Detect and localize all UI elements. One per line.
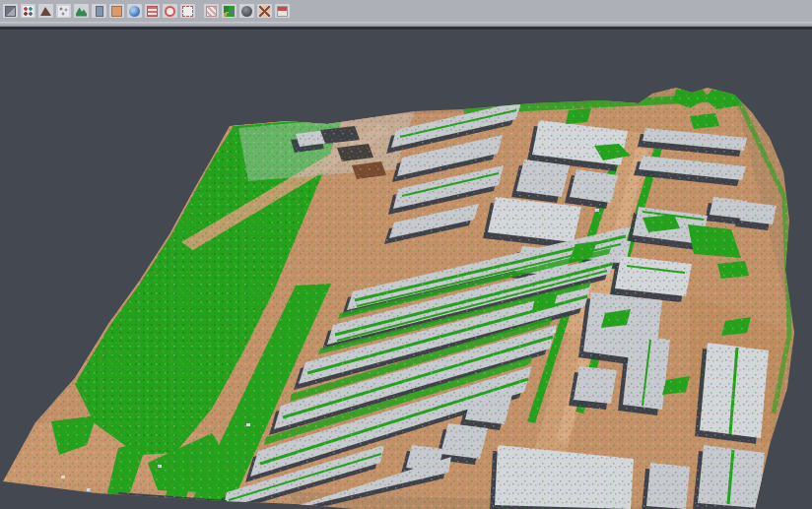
tin-surface-icon-button[interactable] <box>37 3 54 19</box>
grid-clip-icon-button[interactable] <box>203 3 220 19</box>
profile-view-icon <box>96 6 103 17</box>
classify-points-icon <box>23 6 34 17</box>
profile-view-icon-button[interactable] <box>91 3 107 19</box>
globe-icon <box>129 6 140 17</box>
terrain-icon <box>76 6 87 17</box>
render-sphere-icon-button[interactable] <box>238 3 255 19</box>
ortho-image-icon <box>111 6 122 17</box>
circle-select-icon <box>165 6 175 17</box>
layers-icon <box>5 6 16 17</box>
tin-surface-icon <box>40 7 51 16</box>
class-list-icon <box>147 6 158 17</box>
classified-map-icon <box>224 6 235 17</box>
layers-icon-button[interactable] <box>2 3 19 19</box>
terrain-icon-button[interactable] <box>73 3 90 19</box>
globe-icon-button[interactable] <box>126 3 143 19</box>
circle-select-icon-button[interactable] <box>162 3 178 19</box>
measure-icon-button[interactable] <box>256 3 273 19</box>
flag-icon-button[interactable] <box>274 3 291 19</box>
viewport-top-border <box>0 27 812 30</box>
classified-map-icon-button[interactable] <box>221 3 237 19</box>
class-list-icon-button[interactable] <box>144 3 161 19</box>
ortho-image-icon-button[interactable] <box>108 3 125 19</box>
classify-points-icon-button[interactable] <box>20 3 36 19</box>
main-toolbar <box>0 0 812 22</box>
app-window <box>0 0 812 509</box>
viewport-3d[interactable] <box>0 0 812 509</box>
point-cloud-icon-button[interactable] <box>55 3 72 19</box>
render-sphere-icon <box>241 6 252 17</box>
bounds-select-icon <box>182 6 193 17</box>
grid-clip-icon <box>206 6 217 17</box>
bounds-select-icon-button[interactable] <box>179 3 196 19</box>
point-cloud-icon <box>58 6 69 17</box>
flag-icon <box>277 6 288 17</box>
measure-icon <box>259 6 270 17</box>
